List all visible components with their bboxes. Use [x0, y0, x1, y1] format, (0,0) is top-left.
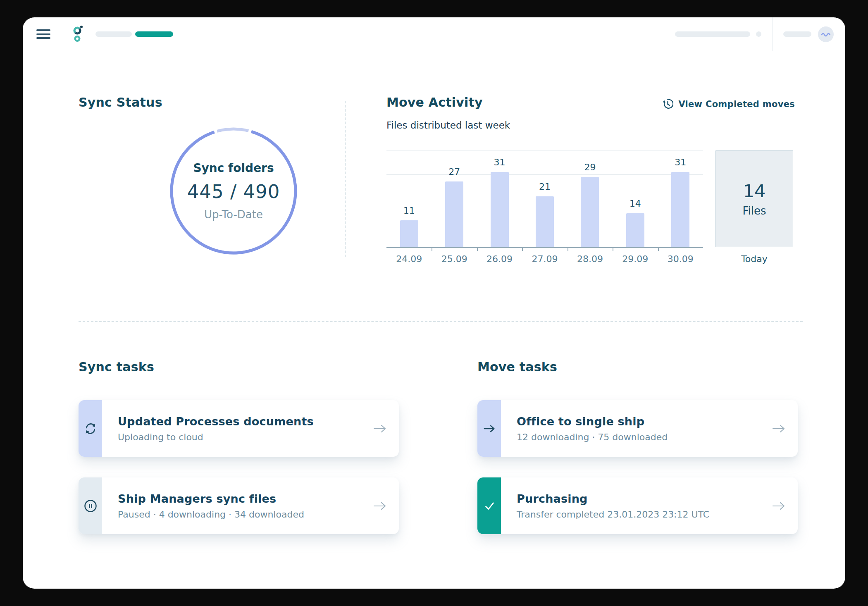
card-body: Ship Managers sync files Paused · 4 down…: [102, 477, 361, 534]
chart-column: 11: [386, 150, 432, 247]
arrow-right-icon: [373, 424, 386, 433]
chart-x-label: 25.09: [432, 254, 477, 264]
navbar-right-group: [675, 17, 834, 51]
chart-column: 31: [658, 150, 703, 247]
card-accent-strip: [79, 477, 102, 534]
card-subtitle: Transfer completed 23.01.2023 23:12 UTC: [517, 509, 760, 520]
nav-user-placeholder[interactable]: [783, 31, 811, 37]
sync-progress-ring: Sync folders 445 / 490 Up-To-Date: [168, 126, 299, 256]
card-title: Ship Managers sync files: [118, 492, 361, 505]
chart-bar: 21: [536, 196, 554, 247]
chart-bar: 31: [671, 172, 689, 247]
open-task-arrow[interactable]: [760, 477, 798, 534]
card-title: Updated Processes documents: [118, 415, 361, 428]
arrow-right-icon: [373, 501, 386, 511]
chart-bar-value: 27: [448, 167, 460, 177]
hamburger-menu-icon[interactable]: [36, 29, 50, 39]
chart-axis-tick: [432, 247, 432, 251]
arrow-right-icon: [772, 424, 785, 433]
navbar-divider: [772, 17, 773, 51]
chart-bar-value: 29: [584, 162, 596, 172]
chart-bar: 31: [491, 172, 509, 247]
sync-icon: [83, 421, 98, 436]
view-completed-label: View Completed moves: [678, 99, 795, 109]
card-accent-strip: [477, 400, 501, 457]
nav-dot-placeholder[interactable]: [756, 31, 761, 37]
chart-x-label: 29.09: [613, 254, 658, 264]
wave-icon: [820, 29, 831, 40]
nav-search-placeholder[interactable]: [675, 31, 750, 37]
chart-bar: 14: [626, 213, 644, 247]
open-task-arrow[interactable]: [361, 400, 399, 457]
chart-x-label: 30.09: [658, 254, 703, 264]
view-completed-moves-link[interactable]: View Completed moves: [662, 98, 795, 110]
chart-bar-value: 11: [403, 205, 415, 216]
card-body: Office to single ship 12 downloading · 7…: [501, 400, 760, 457]
app-logo-icon[interactable]: [72, 25, 86, 44]
chart-axis-tick: [477, 247, 478, 251]
card-subtitle: Paused · 4 downloading · 34 downloaded: [118, 509, 361, 520]
card-accent-strip: [477, 477, 501, 534]
today-files-count: 14: [743, 181, 766, 201]
move-tasks-title: Move tasks: [477, 360, 557, 374]
ring-status: Up-To-Date: [204, 208, 263, 221]
chart-column: 21: [522, 150, 567, 247]
open-task-arrow[interactable]: [760, 400, 798, 457]
pause-icon: [83, 499, 98, 513]
card-body: Purchasing Transfer completed 23.01.2023…: [501, 477, 760, 534]
chart-column: 27: [432, 150, 477, 247]
open-task-arrow[interactable]: [361, 477, 399, 534]
chart-axis-tick: [613, 247, 613, 251]
chart-column: 29: [568, 150, 613, 247]
card-accent-strip: [79, 400, 102, 457]
chart-bar-value: 14: [630, 198, 641, 209]
today-files-unit: Files: [742, 205, 766, 217]
chart-bar: 27: [445, 181, 463, 247]
history-clock-icon: [662, 98, 673, 110]
today-label: Today: [715, 254, 793, 264]
move-task-card-purchasing[interactable]: Purchasing Transfer completed 23.01.2023…: [477, 477, 798, 534]
nav-item-active-placeholder[interactable]: [135, 31, 173, 37]
chart-bar-value: 31: [675, 157, 686, 167]
chart-x-label: 27.09: [522, 254, 567, 264]
card-title: Office to single ship: [517, 415, 760, 428]
move-activity-title: Move Activity: [386, 95, 483, 110]
card-title: Purchasing: [517, 492, 760, 505]
card-body: Updated Processes documents Uploading to…: [102, 400, 361, 457]
files-bar-chart: 11273121291431 24.0925.0926.0927.0928.09…: [386, 150, 703, 264]
chart-x-label: 24.09: [386, 254, 432, 264]
ring-label: Sync folders: [193, 161, 274, 175]
chart-column: 31: [477, 150, 522, 247]
top-navbar: [23, 17, 845, 51]
sync-status-title: Sync Status: [79, 95, 162, 110]
chart-axis-tick: [568, 247, 568, 251]
sync-task-card-updated-processes[interactable]: Updated Processes documents Uploading to…: [79, 400, 399, 457]
arrow-right-icon: [483, 424, 496, 433]
navbar-divider: [63, 17, 63, 51]
move-task-card-office-to-ship[interactable]: Office to single ship 12 downloading · 7…: [477, 400, 798, 457]
horizontal-dashed-divider: [79, 321, 803, 322]
user-avatar[interactable]: [818, 26, 834, 42]
chart-column: 14: [613, 150, 658, 247]
app-window: Sync Status Sync folders 445 / 490 Up-To…: [23, 17, 845, 589]
sync-task-card-ship-managers[interactable]: Ship Managers sync files Paused · 4 down…: [79, 477, 399, 534]
chart-bar: 11: [400, 220, 418, 247]
chart-x-label: 26.09: [477, 254, 522, 264]
chart-bar: 29: [581, 177, 599, 247]
card-subtitle: Uploading to cloud: [118, 432, 361, 442]
chart-axis-tick: [522, 247, 523, 251]
chart-axis-tick: [658, 247, 659, 251]
arrow-right-icon: [772, 501, 785, 511]
card-subtitle: 12 downloading · 75 downloaded: [517, 432, 760, 442]
check-icon: [483, 499, 496, 513]
nav-item-placeholder[interactable]: [95, 31, 132, 37]
move-activity-subtitle: Files distributed last week: [386, 120, 510, 131]
today-files-box: 14 Files: [715, 150, 793, 247]
chart-x-label: 28.09: [568, 254, 613, 264]
vertical-dashed-divider: [345, 101, 346, 257]
ring-value: 445 / 490: [187, 181, 280, 203]
chart-plot-area: 11273121291431: [386, 150, 703, 248]
chart-bar-value: 21: [539, 181, 551, 192]
sync-tasks-title: Sync tasks: [79, 360, 154, 374]
chart-x-axis-labels: 24.0925.0926.0927.0928.0929.0930.09: [386, 254, 703, 264]
